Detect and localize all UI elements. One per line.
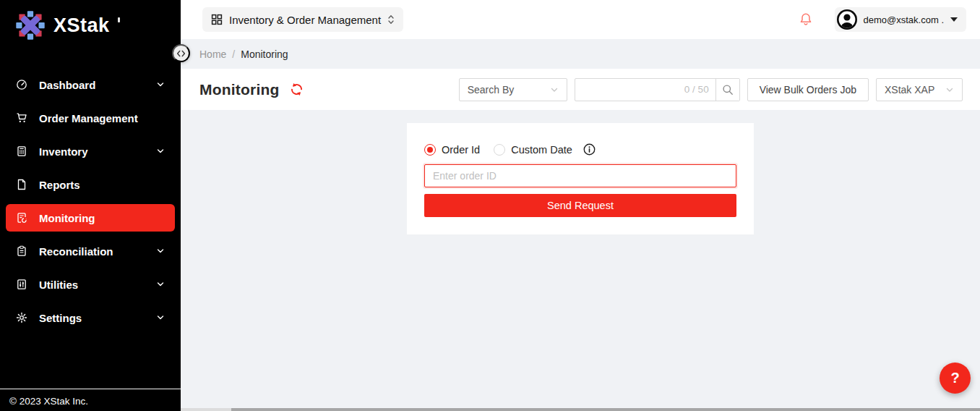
refresh-sync-icon <box>290 82 304 96</box>
sidebar-item-reconciliation[interactable]: Reconciliation <box>6 237 175 265</box>
search-input[interactable] <box>575 84 684 96</box>
sidebar-item-label: Utilities <box>39 279 78 291</box>
sidebar-item-order-management[interactable]: Order Management <box>6 104 175 132</box>
refresh-button[interactable] <box>290 82 304 96</box>
send-request-button[interactable]: Send Request <box>424 194 736 217</box>
breadcrumb-current: Monitoring <box>241 48 288 60</box>
custom-date-radio[interactable] <box>494 144 505 156</box>
custom-date-radio-label[interactable]: Custom Date <box>511 144 572 156</box>
sidebar-item-monitoring[interactable]: Monitoring <box>6 204 175 232</box>
info-button[interactable] <box>583 143 596 156</box>
search-submit-button[interactable] <box>715 79 739 101</box>
chevron-down-icon <box>156 147 165 156</box>
sidebar-item-label: Order Management <box>39 112 138 124</box>
sidebar-item-label: Dashboard <box>39 79 95 91</box>
mode-radio-group: Order Id Custom Date <box>424 143 736 156</box>
main-area: Inventory & Order Management <box>181 0 980 411</box>
content-area: Order Id Custom Date Send Request <box>181 110 980 411</box>
breadcrumb-home-link[interactable]: Home <box>199 48 226 60</box>
calculator-icon <box>16 145 27 157</box>
app-switcher-dropdown[interactable]: Inventory & Order Management <box>202 7 403 32</box>
app-switcher-label: Inventory & Order Management <box>229 14 381 26</box>
brand-logo[interactable]: XStak <box>0 0 181 41</box>
view-bulk-orders-button[interactable]: View Bulk Orders Job <box>747 78 869 101</box>
page-title: Monitoring <box>199 81 279 98</box>
avatar-icon <box>837 9 857 30</box>
document-icon <box>16 179 27 190</box>
page-header: Monitoring Search By <box>181 69 980 110</box>
sidebar-item-inventory[interactable]: Inventory <box>6 137 175 165</box>
bell-icon <box>799 12 813 27</box>
search-icon <box>722 84 734 96</box>
breadcrumb: Home / Monitoring <box>181 39 980 69</box>
sidebar-item-reports[interactable]: Reports <box>6 171 175 198</box>
updown-select-icon <box>387 14 395 25</box>
appstore-grid-icon <box>211 14 223 25</box>
sidebar: XStak Dashboard Order Management Invento… <box>0 0 181 411</box>
sidebar-collapse-toggle[interactable] <box>172 44 190 62</box>
order-id-input[interactable] <box>424 164 736 187</box>
gauge-icon <box>16 79 27 90</box>
chevron-down-icon <box>156 80 165 89</box>
toolbar: Search By 0 / 50 View Bulk Orders Job XS… <box>459 78 963 101</box>
sidebar-nav: Dashboard Order Management Inventory <box>0 71 181 337</box>
topbar: Inventory & Order Management <box>181 0 980 39</box>
sidebar-item-label: Settings <box>39 312 82 324</box>
sidebar-item-label: Reports <box>39 179 80 191</box>
xstak-logo-icon <box>14 9 46 41</box>
trademark-mark <box>118 17 120 22</box>
clipboard-icon <box>16 245 27 257</box>
search-by-value: Search By <box>468 84 515 96</box>
collapse-toggle-icon <box>176 49 186 58</box>
sidebar-item-label: Monitoring <box>39 212 95 224</box>
user-menu-dropdown[interactable]: demo@xstak.com . <box>835 7 966 32</box>
sidebar-item-dashboard[interactable]: Dashboard <box>6 71 175 98</box>
info-circle-icon <box>583 143 596 156</box>
chevron-down-icon <box>945 85 954 94</box>
monitoring-request-card: Order Id Custom Date Send Request <box>407 123 754 234</box>
order-id-radio[interactable] <box>424 144 436 156</box>
chevron-down-icon <box>156 280 165 289</box>
sliders-icon <box>16 279 27 290</box>
search-char-counter: 0 / 50 <box>684 84 715 95</box>
sidebar-item-label: Inventory <box>39 145 88 158</box>
document-sync-icon <box>16 212 27 224</box>
horizontal-scrollbar[interactable] <box>181 408 980 411</box>
order-id-radio-label[interactable]: Order Id <box>442 144 480 156</box>
search-input-group: 0 / 50 <box>575 78 740 101</box>
copyright-footer: © 2023 XStak Inc. <box>0 389 181 411</box>
sidebar-item-label: Reconciliation <box>39 245 113 258</box>
cart-icon <box>16 112 27 124</box>
sidebar-item-settings[interactable]: Settings <box>6 304 175 331</box>
sidebar-item-utilities[interactable]: Utilities <box>6 271 175 298</box>
brand-name: XStak <box>53 14 110 37</box>
user-email: demo@xstak.com . <box>864 14 944 25</box>
gear-icon <box>16 312 27 323</box>
caret-down-icon <box>950 17 958 22</box>
breadcrumb-separator: / <box>232 48 235 60</box>
chevron-down-icon <box>156 313 165 322</box>
environment-value: XStak XAP <box>885 84 934 96</box>
search-by-select[interactable]: Search By <box>459 78 567 101</box>
environment-select[interactable]: XStak XAP <box>876 78 963 101</box>
notifications-button[interactable] <box>799 12 813 27</box>
chevron-down-icon <box>156 247 165 255</box>
help-button[interactable]: ? <box>940 363 971 394</box>
chevron-down-icon <box>550 85 559 94</box>
horizontal-scrollbar-thumb[interactable] <box>231 408 980 411</box>
